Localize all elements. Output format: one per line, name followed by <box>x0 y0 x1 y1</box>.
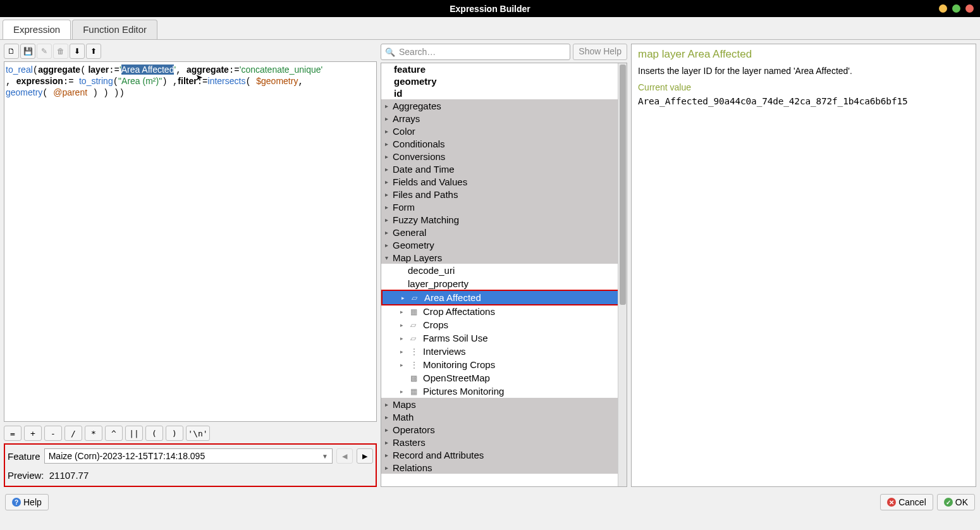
expand-icon: ▸ <box>385 216 391 223</box>
operator-button[interactable]: '\n' <box>186 426 210 441</box>
operator-button[interactable]: + <box>24 426 42 441</box>
tree-top-item[interactable]: id <box>381 87 627 99</box>
operator-button[interactable]: || <box>125 426 143 441</box>
expand-icon: ▸ <box>385 439 391 446</box>
tree-group[interactable]: ▸Color <box>381 125 627 137</box>
tab-expression[interactable]: Expression <box>3 20 71 39</box>
expand-icon: ▸ <box>385 414 391 421</box>
tree-layer-item[interactable]: ▸⋮Interviews <box>381 345 627 358</box>
tree-group[interactable]: ▸Math <box>381 410 627 423</box>
operator-button[interactable]: - <box>44 426 62 441</box>
expand-icon: ▸ <box>400 348 407 355</box>
export-icon[interactable]: ⬆ <box>86 44 101 59</box>
ok-button[interactable]: ✓ OK <box>937 494 975 510</box>
layer-type-icon: ▱ <box>410 321 419 330</box>
delete-icon: 🗑 <box>53 44 68 59</box>
tab-bar: Expression Function Editor <box>0 17 980 40</box>
tree-group[interactable]: ▸Relations <box>381 461 627 474</box>
tree-layer-item[interactable]: ▸⋮Monitoring Crops <box>381 358 627 371</box>
tree-group[interactable]: ▸Date and Time <box>381 163 627 175</box>
expand-icon: ▸ <box>385 166 391 173</box>
expand-icon: ▸ <box>385 115 391 122</box>
search-input[interactable]: 🔍 Search… <box>381 44 570 60</box>
expand-icon: ▸ <box>385 128 391 135</box>
save-icon[interactable]: 💾 <box>20 44 35 59</box>
expand-icon: ▸ <box>385 242 391 249</box>
tree-group[interactable]: ▸General <box>381 226 627 238</box>
tree-group[interactable]: ▸Arrays <box>381 112 627 125</box>
search-icon: 🔍 <box>385 47 395 57</box>
help-title: map layer Area Affected <box>638 48 969 61</box>
tree-group[interactable]: ▸Operators <box>381 423 627 436</box>
tree-group[interactable]: ▸Aggregates <box>381 99 627 112</box>
layer-type-icon: ▱ <box>412 293 420 302</box>
tree-scrollbar[interactable] <box>618 63 627 486</box>
tree-layer-item[interactable]: ▸▦Pictures Monitoring <box>381 385 627 398</box>
expand-icon: ▸ <box>400 322 407 328</box>
close-button[interactable] <box>965 4 974 13</box>
expand-icon: ▸ <box>400 309 407 315</box>
expand-icon: ▾ <box>385 254 391 261</box>
expand-icon: ▸ <box>385 102 391 109</box>
function-tree[interactable]: featuregeometryid ▸Aggregates▸Arrays▸Col… <box>381 63 627 487</box>
expand-icon: ▸ <box>400 388 407 395</box>
tree-layer-item[interactable]: ▸▱Farms Soil Use <box>381 331 627 345</box>
new-file-icon[interactable]: 🗋 <box>4 44 19 59</box>
tree-group[interactable]: ▸Maps <box>381 398 627 410</box>
operator-row: =+-/*^||()'\n' <box>4 426 377 441</box>
tree-group[interactable]: ▸Rasters <box>381 436 627 448</box>
cancel-button[interactable]: ✕ Cancel <box>880 494 933 510</box>
minimize-button[interactable] <box>939 4 947 13</box>
tree-group[interactable]: ▸Record and Attributes <box>381 448 627 461</box>
window-title: Expression Builder <box>450 4 530 14</box>
tree-group[interactable]: ▸Files and Paths <box>381 188 627 200</box>
show-help-button[interactable]: Show Help <box>573 44 627 60</box>
tree-layer-item[interactable]: ▸▦Crop Affectations <box>381 305 627 318</box>
tree-layer-item[interactable]: ▸▱Crops <box>381 318 627 331</box>
layer-type-icon: ▱ <box>410 334 419 343</box>
tree-top-item[interactable]: feature <box>381 63 627 75</box>
tree-group[interactable]: ▸Geometry <box>381 238 627 251</box>
next-feature-button[interactable]: ▶ <box>357 448 373 464</box>
prev-feature-button: ◀ <box>336 448 353 464</box>
tree-item[interactable]: decode_uri <box>381 264 627 277</box>
layer-type-icon: ▦ <box>410 307 419 316</box>
operator-button[interactable]: ^ <box>105 426 123 441</box>
title-bar: Expression Builder <box>0 0 980 17</box>
current-value: Area_Affected_90a44c0a_74de_42ca_872f_1b… <box>638 96 969 106</box>
feature-combo[interactable]: Maize (Corn)-2023-12-15T17:14:18.095 ▼ <box>44 448 333 464</box>
help-button[interactable]: ? Help <box>5 494 49 510</box>
expression-editor[interactable]: to_real(aggregate( layer:='Area Affected… <box>4 61 377 422</box>
operator-button[interactable]: ) <box>166 426 183 441</box>
expand-icon: ▸ <box>385 140 391 147</box>
layer-type-icon: ⋮ <box>410 361 419 369</box>
tree-top-item[interactable]: geometry <box>381 75 627 87</box>
tree-layer-item[interactable]: ▩OpenStreetMap <box>381 371 627 385</box>
mouse-cursor-icon: ➤ <box>195 72 203 83</box>
operator-button[interactable]: ( <box>145 426 163 441</box>
maximize-button[interactable] <box>952 4 960 13</box>
tree-layer-item[interactable]: ▸▱Area Affected <box>383 291 625 304</box>
operator-button[interactable]: * <box>85 426 102 441</box>
preview-value: 21107.77 <box>49 470 89 481</box>
tree-group[interactable]: ▸Fuzzy Matching <box>381 213 627 226</box>
expand-icon: ▸ <box>385 401 391 408</box>
expand-icon: ▸ <box>385 426 391 433</box>
operator-button[interactable]: = <box>4 426 21 441</box>
tree-group[interactable]: ▸Fields and Values <box>381 175 627 188</box>
import-icon[interactable]: ⬇ <box>70 44 85 59</box>
tree-group[interactable]: ▸Conversions <box>381 150 627 163</box>
help-description: Inserts the layer ID for the layer named… <box>638 66 969 76</box>
tree-item[interactable]: layer_property <box>381 277 627 290</box>
tree-group[interactable]: ▸Conditionals <box>381 137 627 150</box>
preview-label: Preview: <box>8 470 44 481</box>
tree-group[interactable]: ▸Form <box>381 200 627 213</box>
tree-group[interactable]: ▾Map Layers <box>381 251 627 264</box>
tab-function-editor[interactable]: Function Editor <box>72 20 157 39</box>
ok-icon: ✓ <box>944 498 953 507</box>
edit-icon: ✎ <box>37 44 52 59</box>
operator-button[interactable]: / <box>64 426 82 441</box>
expand-icon: ▸ <box>385 452 391 459</box>
current-value-label: Current value <box>638 82 969 92</box>
search-placeholder: Search… <box>399 47 436 57</box>
